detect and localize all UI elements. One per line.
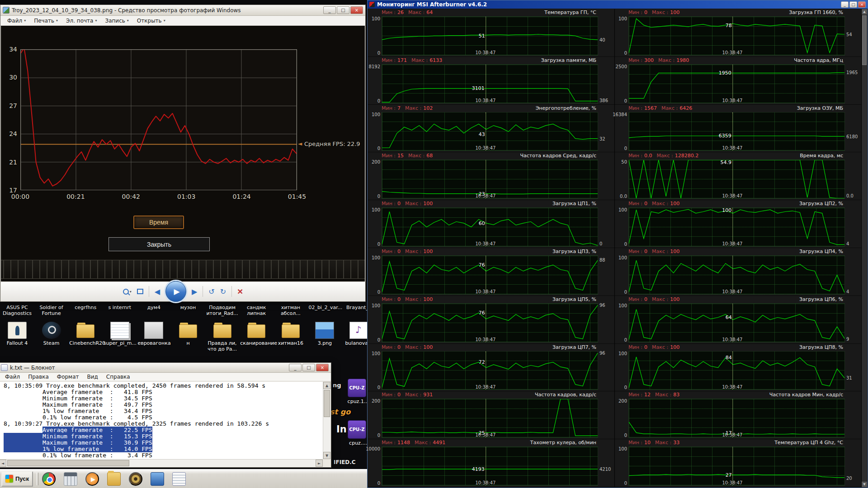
y-axis: 1000: [368, 351, 382, 390]
media-icon[interactable]: [85, 472, 99, 486]
notepad-title: k.txt — Блокнот: [10, 365, 55, 371]
minimize-button[interactable]: _: [323, 6, 336, 14]
panel-title: Тахометр кулера, об/мин: [530, 440, 596, 446]
menu-item[interactable]: Формат: [53, 373, 83, 381]
desktop-icon[interactable]: cegrfhns: [69, 305, 102, 310]
scroll-up-icon[interactable]: ▲: [862, 9, 867, 14]
scrollbar-thumb[interactable]: [7, 460, 129, 466]
vertical-scrollbar[interactable]: ▲ ▼: [862, 9, 867, 487]
minimize-button[interactable]: _: [841, 1, 849, 8]
scroll-up-icon[interactable]: ▲: [323, 382, 330, 389]
monitor-panel: Мин :1148Макс :4491Тахометр кулера, об/м…: [368, 439, 614, 487]
fit-button[interactable]: [137, 289, 143, 294]
scroll-down-icon[interactable]: ▼: [862, 482, 867, 487]
afterburner-titlebar[interactable]: Мониторинг MSI Afterburner v4.6.2 _□×: [368, 0, 868, 9]
calculator-icon[interactable]: [64, 472, 77, 486]
cd-icon[interactable]: [129, 472, 142, 486]
afterburner-title: Мониторинг MSI Afterburner v4.6.2: [377, 1, 487, 8]
menu-item-email[interactable]: Эл. почта▾: [62, 16, 101, 25]
panel-title: Загрузка ОЗУ, МБ: [797, 105, 843, 112]
axis-bottom-label: 0: [624, 481, 627, 486]
cpuz-icon[interactable]: CPU-Z: [348, 379, 366, 397]
chrome-icon[interactable]: [42, 472, 56, 486]
close-button[interactable]: ×: [858, 1, 866, 8]
next-button[interactable]: ▶: [192, 287, 197, 296]
desktop-icon[interactable]: Fallout 4: [1, 322, 33, 346]
maximize-button[interactable]: □: [337, 6, 349, 14]
notes-icon[interactable]: [172, 472, 186, 486]
folder-icon[interactable]: [107, 472, 121, 486]
desktop-icon[interactable]: хитман абсол...: [274, 305, 307, 316]
desktop-icon[interactable]: Подводим итоги_Rad...: [206, 305, 239, 316]
x-tick-label: 01:24: [231, 193, 253, 200]
menu-item-file[interactable]: Файл▾: [3, 16, 30, 25]
desktop-icon[interactable]: н: [172, 322, 204, 346]
start-button[interactable]: Пуск: [1, 471, 33, 487]
display-icon[interactable]: [151, 472, 164, 486]
delete-button[interactable]: ×: [237, 286, 243, 297]
desktop-icon[interactable]: Steam: [35, 322, 68, 346]
vertical-scrollbar[interactable]: ▲ ▼: [323, 382, 330, 459]
desktop-icon[interactable]: сандмк липнак: [240, 305, 273, 316]
quick-launch: [42, 472, 186, 486]
desktop-icon-label: дум4: [137, 305, 170, 310]
desktop-icon[interactable]: Правда ли, что до Ра...: [206, 322, 239, 352]
maximize-button[interactable]: □: [302, 364, 315, 371]
text-segment: Maximum framerate : 49.7 FPS: [4, 401, 152, 408]
y-tick-label: 24: [3, 130, 17, 137]
desktop-icon[interactable]: музон: [172, 305, 204, 310]
chevron-down-icon: ▾: [56, 19, 58, 23]
menu-item[interactable]: Справка: [103, 373, 134, 381]
desktop-icon[interactable]: сканирование: [240, 322, 273, 346]
desktop-icon[interactable]: CinebenchR20: [69, 322, 102, 346]
photo-viewer-titlebar[interactable]: Troy_2023_12_04_10_39_34_038.png - Средс…: [0, 5, 365, 16]
max-value: 6133: [429, 57, 442, 63]
panel-title: Температура ЦП 4 Ghz, °C: [774, 440, 843, 446]
scroll-left-icon[interactable]: ◄: [0, 460, 6, 467]
menu-item[interactable]: Правка: [24, 373, 52, 381]
desktop-icon[interactable]: 02_bi_2_var...: [308, 305, 341, 310]
y-axis: 1000: [368, 16, 382, 56]
current-value: 4193: [472, 466, 485, 472]
cpuz-icon[interactable]: CPU-Z: [348, 420, 366, 439]
menu-item-print[interactable]: Печать▾: [30, 16, 62, 25]
time-button[interactable]: Время: [133, 216, 184, 229]
scrollbar-thumb[interactable]: [324, 390, 330, 417]
prev-button[interactable]: ◀: [155, 287, 160, 296]
rotate-cw-button[interactable]: ↻: [220, 287, 226, 296]
desktop-icon[interactable]: хитман16: [274, 322, 307, 346]
panel-title: Загрузка ЦП2, %: [799, 201, 843, 207]
maximize-button[interactable]: □: [849, 1, 857, 8]
axis-top-label: 100: [372, 112, 380, 117]
close-benchmark-button[interactable]: Закрыть: [108, 237, 210, 251]
afterburner-window: Мониторинг MSI Afterburner v4.6.2 _□× Ми…: [367, 0, 868, 488]
scroll-right-icon[interactable]: ►: [316, 460, 323, 467]
desktop-icon[interactable]: ASUS PC Diagnostics: [1, 305, 33, 316]
minmax-label: Мин :0Макс :100: [382, 201, 437, 207]
zoom-button[interactable]: ▾: [123, 289, 132, 295]
fallout-icon: [8, 322, 27, 339]
monitor-panel: Мин :0Макс :100Загрузка ЦП8, %100010:38:…: [615, 344, 861, 392]
notepad-titlebar[interactable]: k.txt — Блокнот _□×: [0, 363, 331, 373]
minimize-button[interactable]: _: [289, 364, 302, 371]
desktop-icon[interactable]: super_pi_m...: [104, 322, 136, 346]
notepad-text[interactable]: 8, 10:35:09 Troy.exe benchmark completed…: [0, 382, 323, 459]
text-line: 8, 10:39:27 Troy.exe benchmark completed…: [4, 421, 323, 427]
scroll-down-icon[interactable]: ▼: [323, 452, 330, 459]
close-button[interactable]: ×: [350, 6, 363, 14]
rotate-ccw-button[interactable]: ↺: [208, 287, 214, 296]
menu-item[interactable]: Файл: [1, 373, 24, 381]
menu-item[interactable]: Вид: [84, 373, 102, 381]
max-value: 100: [670, 249, 679, 254]
scrollbar-thumb[interactable]: [862, 15, 867, 65]
menu-item-open[interactable]: Открыть▾: [133, 16, 170, 25]
menu-item-burn[interactable]: Запись▾: [101, 16, 132, 25]
desktop-icon[interactable]: s internrt: [104, 305, 136, 310]
desktop-icon[interactable]: дум4: [137, 305, 170, 310]
play-button[interactable]: ▶: [165, 281, 186, 302]
desktop-icon[interactable]: Soldier of Fortune: [35, 305, 68, 316]
desktop-icon[interactable]: 3.png: [308, 322, 341, 346]
close-button[interactable]: ×: [316, 364, 329, 371]
desktop-icon[interactable]: евровагонка: [137, 322, 170, 346]
horizontal-scrollbar[interactable]: ◄ ►: [0, 459, 323, 467]
